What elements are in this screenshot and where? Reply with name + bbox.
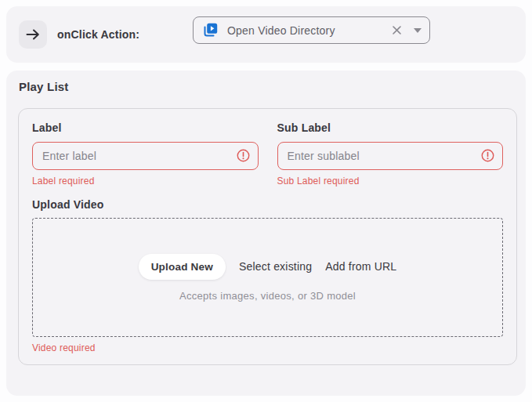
- clear-selection-icon[interactable]: [389, 23, 404, 38]
- upload-hint-text: Accepts images, videos, or 3D model: [179, 290, 356, 302]
- playlist-title: Play List: [19, 80, 69, 93]
- upload-video-label: Upload Video: [32, 198, 503, 211]
- upload-dropzone[interactable]: Upload New Select existing Add from URL …: [32, 218, 503, 337]
- add-from-url-link[interactable]: Add from URL: [325, 260, 396, 273]
- label-input-wrap: [32, 142, 259, 170]
- playlist-card: Play List Label Label required: [6, 71, 526, 396]
- arrow-right-icon: [24, 26, 42, 43]
- sublabel-input[interactable]: [277, 142, 504, 170]
- sublabel-field-group: Sub Label Sub Label required: [277, 121, 504, 187]
- label-field-group: Label Label required: [32, 121, 259, 187]
- sublabel-input-wrap: [277, 142, 504, 170]
- upload-options-row: Upload New Select existing Add from URL: [139, 254, 397, 280]
- label-field-label: Label: [32, 121, 259, 134]
- sublabel-field-label: Sub Label: [277, 121, 504, 134]
- label-input[interactable]: [32, 142, 259, 170]
- label-error-message: Label required: [32, 176, 259, 187]
- upload-video-section: Upload Video Upload New Select existing …: [32, 198, 503, 353]
- chevron-down-icon[interactable]: [414, 28, 422, 33]
- onclick-action-bar: onClick Action: Open Video Directory: [6, 6, 526, 63]
- arrow-right-icon-box: [19, 20, 47, 49]
- video-library-icon: [202, 22, 219, 38]
- sublabel-error-message: Sub Label required: [277, 176, 504, 187]
- onclick-action-dropdown[interactable]: Open Video Directory: [193, 16, 430, 44]
- onclick-action-label: onClick Action:: [57, 28, 139, 41]
- upload-new-button[interactable]: Upload New: [139, 254, 226, 280]
- dropdown-selected-value: Open Video Directory: [227, 24, 389, 37]
- select-existing-link[interactable]: Select existing: [239, 260, 312, 273]
- playlist-form-card: Label Label required Sub Label: [18, 108, 517, 365]
- label-fields-row: Label Label required Sub Label: [32, 121, 503, 187]
- video-error-message: Video required: [32, 342, 503, 353]
